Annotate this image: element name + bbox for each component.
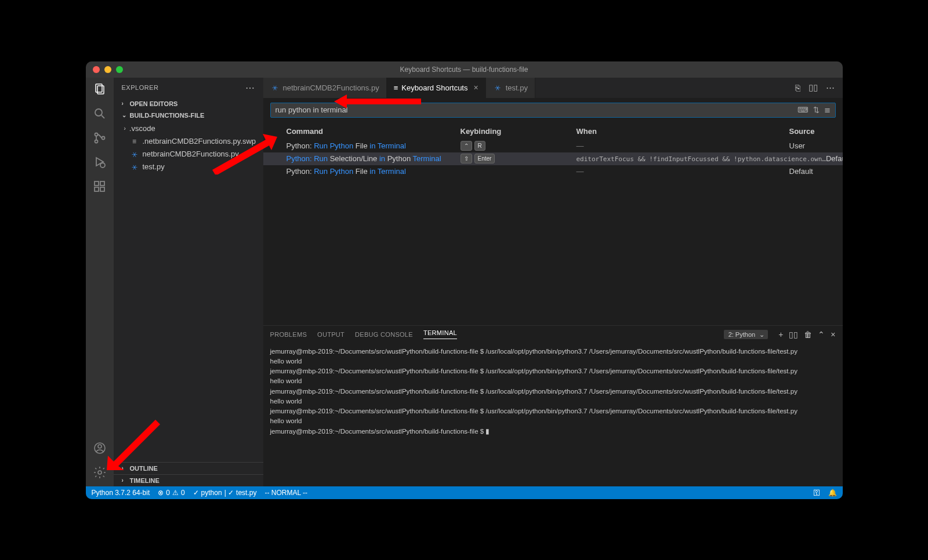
tab-keyboard-shortcuts[interactable]: ≡Keyboard Shortcuts× xyxy=(387,78,486,98)
svg-point-11 xyxy=(100,163,105,168)
root-folder-section[interactable]: ⌄BUILD-FUNCTIONS-FILE xyxy=(114,110,263,121)
keybinding-cell: ⌃R xyxy=(461,141,577,151)
command-cell: Python: Run Selection/Line in Python Ter… xyxy=(287,154,461,163)
panel-tab-output[interactable]: OUTPUT xyxy=(317,331,345,338)
python-file-icon: ⚹ xyxy=(493,83,502,92)
keyboard-shortcuts-editor: ⌨ ⇅ ≣ Command Keybinding When Source Pyt… xyxy=(263,98,843,325)
feedback-icon[interactable]: ⚿ xyxy=(813,489,820,497)
gear-icon[interactable] xyxy=(93,466,107,479)
new-terminal-icon[interactable]: + xyxy=(778,330,783,339)
body-area: EXPLORER ⋯ ›OPEN EDITORS ⌄BUILD-FUNCTION… xyxy=(86,78,843,486)
file-swp[interactable]: ≡.netbrainCMDB2Functions.py.swp xyxy=(114,135,263,148)
keybinding-row[interactable]: Python: Run Selection/Line in Python Ter… xyxy=(263,152,843,165)
svg-rect-4 xyxy=(97,86,104,94)
sidebar-more-icon[interactable]: ⋯ xyxy=(245,82,255,93)
timeline-label: TIMELINE xyxy=(130,477,160,484)
explorer-icon[interactable] xyxy=(93,82,107,96)
file-tree: ›.vscode ≡.netbrainCMDB2Functions.py.swp… xyxy=(114,121,263,174)
maximize-window-button[interactable] xyxy=(116,66,123,73)
kill-terminal-icon[interactable]: 🗑 xyxy=(804,330,812,339)
more-actions-icon[interactable]: ⋯ xyxy=(826,82,835,93)
python-file-icon: ⚹ xyxy=(270,83,280,92)
accounts-icon[interactable] xyxy=(93,441,107,455)
shortcut-search-input[interactable] xyxy=(271,106,798,114)
column-keybinding[interactable]: Keybinding xyxy=(461,127,577,136)
outline-section[interactable]: ›OUTLINE xyxy=(114,463,263,474)
linter-label: python xyxy=(201,489,222,497)
source-cell: Default xyxy=(826,154,843,163)
terminal-line: hello world xyxy=(270,416,836,426)
warning-count: 0 xyxy=(181,489,185,497)
terminal-selector-label: 2: Python xyxy=(728,331,755,338)
run-debug-icon[interactable] xyxy=(93,155,107,169)
window-title: Keyboard Shortcuts — build-functions-fil… xyxy=(400,66,528,74)
activity-bar xyxy=(86,78,114,486)
record-keys-icon[interactable]: ⌨ xyxy=(798,106,809,114)
traffic-lights xyxy=(86,66,123,73)
split-editor-icon[interactable]: ▯▯ xyxy=(809,82,818,93)
column-when[interactable]: When xyxy=(577,127,789,136)
terminal-selector[interactable]: 2: Python ⌄ xyxy=(724,330,768,339)
keybinding-row[interactable]: Python: Run Python File in Terminal⌃R—Us… xyxy=(263,140,843,152)
panel-tab-problems[interactable]: PROBLEMS xyxy=(270,331,307,338)
panel-tab-debug[interactable]: DEBUG CONSOLE xyxy=(355,331,413,338)
file-netbrain-py[interactable]: ⚹netbrainCMDB2Functions.py xyxy=(114,148,263,161)
sidebar-header: EXPLORER ⋯ xyxy=(114,78,263,98)
file-test-py[interactable]: ⚹test.py xyxy=(114,161,263,173)
terminal-line: jemurray@mbp-2019:~/Documents/src/wustlP… xyxy=(270,406,836,416)
svg-point-17 xyxy=(98,445,102,448)
status-problems[interactable]: ⊗0⚠0 xyxy=(158,489,184,497)
panel-tab-terminal[interactable]: TERMINAL xyxy=(423,329,457,339)
svg-point-7 xyxy=(95,133,97,136)
column-command[interactable]: Command xyxy=(287,127,461,136)
maximize-panel-icon[interactable]: ⌃ xyxy=(818,330,825,339)
command-cell: Python: Run Python File in Terminal xyxy=(287,167,461,176)
svg-rect-14 xyxy=(100,187,104,191)
status-vim-mode[interactable]: -- NORMAL -- xyxy=(264,489,307,497)
timeline-section[interactable]: ›TIMELINE xyxy=(114,474,263,486)
terminal-line: jemurray@mbp-2019:~/Documents/src/wustlP… xyxy=(270,427,836,437)
status-linter-python[interactable]: ✓ python | ✓ test.py xyxy=(193,489,257,497)
close-icon[interactable]: × xyxy=(473,83,478,92)
minimize-window-button[interactable] xyxy=(104,66,111,73)
split-terminal-icon[interactable]: ▯▯ xyxy=(789,330,798,339)
tab-test-py[interactable]: ⚹test.py xyxy=(486,78,535,98)
source-cell: User xyxy=(789,141,830,150)
close-panel-icon[interactable]: × xyxy=(831,330,835,339)
when-cell: — xyxy=(577,167,789,176)
keybinding-row[interactable]: Python: Run Python File in Terminal—Defa… xyxy=(263,165,843,178)
close-window-button[interactable] xyxy=(93,66,100,73)
sidebar-explorer: EXPLORER ⋯ ›OPEN EDITORS ⌄BUILD-FUNCTION… xyxy=(114,78,263,486)
status-python-version[interactable]: Python 3.7.2 64-bit xyxy=(92,489,150,497)
keybinding-cell: ⇧Enter xyxy=(461,154,577,163)
extensions-icon[interactable] xyxy=(93,180,107,194)
results-list: Python: Run Python File in Terminal⌃R—Us… xyxy=(263,140,843,178)
python-file-icon: ⚹ xyxy=(130,162,139,172)
source-control-icon[interactable] xyxy=(93,131,107,145)
notifications-icon[interactable]: 🔔 xyxy=(828,489,837,497)
terminal-line: jemurray@mbp-2019:~/Documents/src/wustlP… xyxy=(270,347,836,357)
tab-netbrain-py[interactable]: ⚹netbrainCMDB2Functions.py xyxy=(263,78,387,98)
open-editors-section[interactable]: ›OPEN EDITORS xyxy=(114,98,263,110)
sidebar-title: EXPLORER xyxy=(122,84,159,91)
filter-icon[interactable]: ≣ xyxy=(824,106,831,114)
svg-point-9 xyxy=(102,136,104,139)
python-file-icon: ⚹ xyxy=(130,150,139,159)
file-label: .netbrainCMDB2Functions.py.swp xyxy=(143,137,256,146)
shortcut-search-row: ⌨ ⇅ ≣ xyxy=(270,103,836,118)
tab-label: test.py xyxy=(506,83,528,92)
open-keybindings-json-icon[interactable]: ⎘ xyxy=(795,83,800,93)
column-source[interactable]: Source xyxy=(789,127,830,136)
svg-point-18 xyxy=(98,471,102,474)
file-label: test.py xyxy=(143,162,165,171)
sort-precedence-icon[interactable]: ⇅ xyxy=(813,106,820,114)
svg-rect-13 xyxy=(95,187,99,191)
search-icon[interactable] xyxy=(93,107,107,121)
python-version-label: Python 3.7.2 64-bit xyxy=(92,489,150,497)
terminal-line: hello world xyxy=(270,376,836,386)
key-badge: ⌃ xyxy=(461,141,472,151)
terminal-body[interactable]: jemurray@mbp-2019:~/Documents/src/wustlP… xyxy=(263,343,843,486)
folder-vscode[interactable]: ›.vscode xyxy=(114,122,263,135)
open-editors-label: OPEN EDITORS xyxy=(130,100,178,107)
key-badge: ⇧ xyxy=(461,154,472,163)
